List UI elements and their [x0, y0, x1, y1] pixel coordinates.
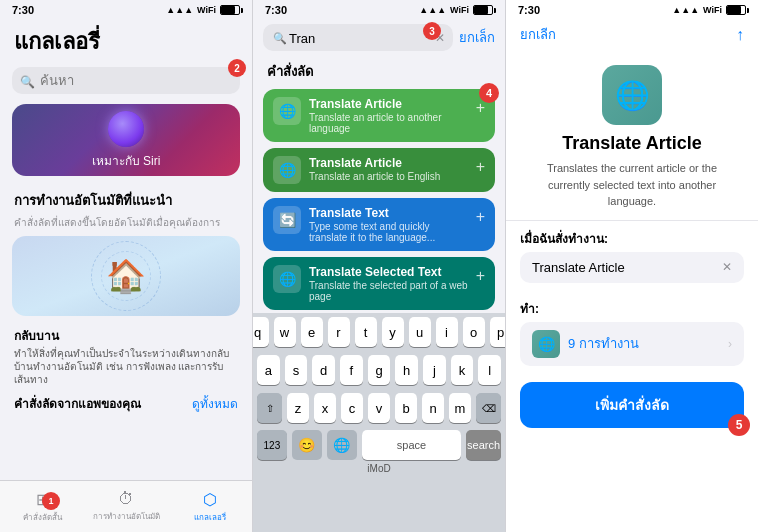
status-bar-2: 7:30 ▲▲▲ WiFi [253, 0, 505, 18]
kb-p[interactable]: p [490, 317, 507, 347]
status-time-1: 7:30 [12, 4, 34, 16]
kb-x[interactable]: x [314, 393, 336, 423]
cancel-btn-3[interactable]: ยกเลีก [520, 24, 556, 45]
shortcut-text-1: Translate Article Translate an article t… [309, 156, 468, 182]
kb-123[interactable]: 123 [257, 430, 287, 460]
do-label: ทำ: [506, 291, 758, 322]
app-icon-wrap: 🌐 [506, 51, 758, 133]
kb-h[interactable]: h [395, 355, 418, 385]
kb-s[interactable]: s [285, 355, 308, 385]
tab-gallery[interactable]: ⬡ แกลเลอรี่ [168, 490, 252, 524]
shortcut-section-header: คำสั่งลัดจากแอพของคุณ ดูทั้งหมด [0, 390, 252, 417]
kb-row-2: a s d f g h j k l [253, 351, 505, 389]
tab-automation[interactable]: ⏱ การทำงานอัตโนมัติ [84, 490, 168, 523]
home-banner-desc: ทำให้สิ่งที่คุณทำเป็นประจำในระหว่างเดินท… [0, 347, 252, 390]
cancel-search-btn[interactable]: ยกเล็ก [459, 27, 495, 48]
auto-section-desc: คำสั่งลัดที่แสดงขึ้นโดยอัตโนมัติเมื่อคุณ… [0, 215, 252, 236]
kb-bottom-row: 123 😊 🌐 space search [253, 427, 505, 463]
action-row[interactable]: 🌐 9 การทำงาน › [520, 322, 744, 366]
status-icons-2: ▲▲▲ WiFi [419, 5, 493, 15]
siri-orb [108, 111, 144, 147]
tab-shortcuts[interactable]: 1 ⊞ คำสั่งลัดสั้น [0, 490, 84, 524]
kb-j[interactable]: j [423, 355, 446, 385]
kb-m[interactable]: m [449, 393, 471, 423]
battery-icon [220, 5, 240, 15]
kb-t[interactable]: t [355, 317, 377, 347]
kb-z[interactable]: z [287, 393, 309, 423]
panel-gallery: 7:30 ▲▲▲ WiFi แกลเลอรี่ 2 🔍 เหมาะกับ Sir… [0, 0, 253, 532]
kb-emoji[interactable]: 😊 [292, 430, 322, 460]
input-row[interactable]: Translate Article ✕ [520, 252, 744, 283]
shortcut-title-3: Translate Selected Text [309, 265, 468, 279]
shortcut-plus-2[interactable]: + [476, 208, 485, 226]
kb-l[interactable]: l [478, 355, 501, 385]
shortcut-icon-3: 🌐 [273, 265, 301, 293]
kb-g[interactable]: g [368, 355, 391, 385]
input-clear-btn[interactable]: ✕ [722, 260, 732, 274]
search-input-1[interactable] [12, 67, 240, 94]
shortcut-card-3[interactable]: 🌐 Translate Selected Text Translate the … [263, 257, 495, 310]
shortcut-text-0: Translate Article Translate an article t… [309, 97, 468, 134]
kb-e[interactable]: e [301, 317, 323, 347]
action-icon: 🌐 [532, 330, 560, 358]
kb-y[interactable]: y [382, 317, 404, 347]
kb-c[interactable]: c [341, 393, 363, 423]
shortcut-card-0[interactable]: 4 🌐 Translate Article Translate an artic… [263, 89, 495, 142]
shortcut-section-title: คำสั่งลัดจากแอพของคุณ [14, 394, 141, 413]
shortcut-plus-1[interactable]: + [476, 158, 485, 176]
search-row-2: 3 🔍 ✕ Tran ยกเล็ก [253, 18, 505, 57]
home-banner[interactable]: 🏠 [12, 236, 240, 316]
kb-row-1: q w e r t y u i o p [253, 313, 505, 351]
gallery-title: แกลเลอรี่ [0, 18, 252, 63]
home-circles-inner [101, 251, 151, 301]
action-count: 9 การทำงาน [568, 333, 639, 354]
kb-n[interactable]: n [422, 393, 444, 423]
badge-4: 4 [479, 83, 499, 103]
status-bar-3: 7:30 ▲▲▲ WiFi [506, 0, 758, 18]
shortcut-link[interactable]: ดูทั้งหมด [192, 394, 238, 413]
kb-u[interactable]: u [409, 317, 431, 347]
kb-shift[interactable]: ⇧ [257, 393, 282, 423]
shortcuts-section-label: คำสั่งลัด [253, 57, 505, 86]
kb-backspace[interactable]: ⌫ [476, 393, 501, 423]
action-left: 🌐 9 การทำงาน [532, 330, 639, 358]
detail-header: ยกเลีก ↑ [506, 18, 758, 51]
signal-icon-3: ▲▲▲ [672, 5, 699, 15]
badge-1: 1 [42, 492, 60, 510]
share-btn[interactable]: ↑ [736, 26, 744, 44]
search-key[interactable]: search [466, 430, 501, 460]
shortcut-desc-2: Type some text and quickly translate it … [309, 221, 468, 243]
status-bar-1: 7:30 ▲▲▲ WiFi [0, 0, 252, 18]
kb-v[interactable]: v [368, 393, 390, 423]
kb-r[interactable]: r [328, 317, 350, 347]
shortcut-plus-3[interactable]: + [476, 267, 485, 285]
kb-i[interactable]: i [436, 317, 458, 347]
status-time-3: 7:30 [518, 4, 540, 16]
signal-icon-2: ▲▲▲ [419, 5, 446, 15]
kb-k[interactable]: k [451, 355, 474, 385]
add-shortcut-btn[interactable]: 5 เพิ่มคำสั่งลัด [520, 382, 744, 428]
siri-banner[interactable]: เหมาะกับ Siri [12, 104, 240, 176]
kb-o[interactable]: o [463, 317, 485, 347]
kb-b[interactable]: b [395, 393, 417, 423]
input-text: Translate Article [532, 260, 625, 275]
search-icon-2: 🔍 [273, 31, 287, 44]
kb-globe[interactable]: 🌐 [327, 430, 357, 460]
imod-text: iMoD [367, 463, 390, 474]
kb-f[interactable]: f [340, 355, 363, 385]
shortcut-icon-1: 🌐 [273, 156, 301, 184]
badge-5: 5 [728, 414, 750, 436]
kb-row-3: ⇧ z x c v b n m ⌫ [253, 389, 505, 427]
kb-d[interactable]: d [312, 355, 335, 385]
shortcut-card-2[interactable]: 🔄 Translate Text Type some text and quic… [263, 198, 495, 251]
siri-label: เหมาะกับ Siri [92, 151, 161, 170]
kb-space[interactable]: space [362, 430, 461, 460]
kb-q[interactable]: q [253, 317, 269, 347]
shortcut-card-1[interactable]: 🌐 Translate Article Translate an article… [263, 148, 495, 192]
kb-a[interactable]: a [257, 355, 280, 385]
app-icon: 🌐 [602, 65, 662, 125]
wifi-icon: WiFi [197, 5, 216, 15]
panel-search: 7:30 ▲▲▲ WiFi 3 🔍 ✕ Tran ยกเล็ก คำสั่งลั… [253, 0, 506, 532]
kb-w[interactable]: w [274, 317, 296, 347]
tab-automation-label: การทำงานอัตโนมัติ [93, 510, 160, 523]
